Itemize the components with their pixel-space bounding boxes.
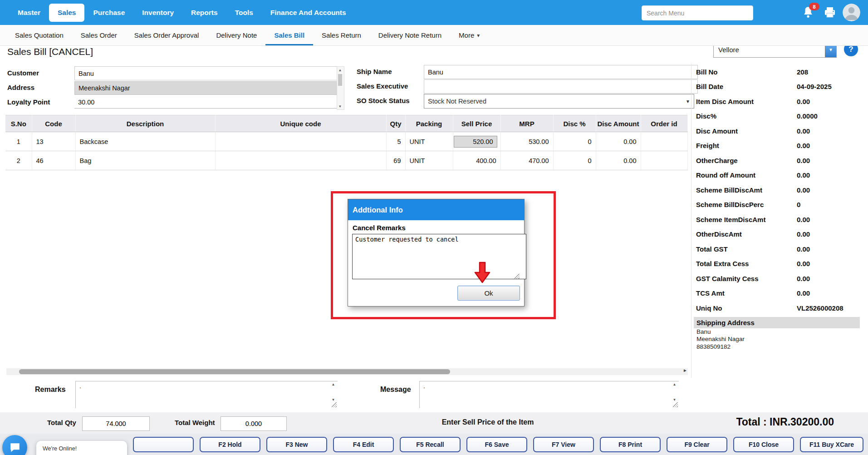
table-row[interactable]: 1 13 Backcase 5 UNIT 520.00 530.00 0 0.0… (5, 132, 687, 151)
cell-mrp[interactable]: 470.00 (500, 151, 553, 170)
so-stock-status-select[interactable]: Stock Not Reserved ▼ (424, 94, 694, 109)
fkey-button-f10-close[interactable]: F10 Close (733, 437, 794, 452)
nav-item-sales[interactable]: Sales (49, 4, 85, 22)
nav-item-finance-and-accounts[interactable]: Finance And Accounts (262, 4, 355, 22)
remarks-field-wrap: . ▲▼ (75, 381, 338, 408)
tab-delivery-note-return[interactable]: Delivery Note Return (370, 25, 450, 45)
summary-row: Uniq NoVL2526000208 (694, 301, 860, 316)
tab-delivery-note[interactable]: Delivery Note (207, 25, 265, 45)
fkey-button-f3-new[interactable]: F3 New (266, 437, 327, 452)
loyalty-point-input[interactable] (74, 96, 343, 109)
cell-code[interactable]: 46 (32, 151, 75, 170)
fkey-button-f5-recall[interactable]: F5 Recall (400, 437, 461, 452)
scroll-right-icon[interactable]: ► (683, 368, 687, 373)
summary-value: 0.00 (797, 260, 810, 267)
selected-sell-price-cell[interactable]: 520.00 (454, 136, 497, 148)
cell-unique-code[interactable] (215, 132, 386, 151)
summary-label: Scheme ItemDiscAmt (694, 216, 797, 223)
cell-sell-price[interactable]: 520.00 (453, 132, 500, 151)
nav-item-reports[interactable]: Reports (182, 4, 226, 22)
total-weight-label: Total Weight (175, 419, 215, 426)
cell-disc-pct[interactable]: 0 (553, 132, 596, 151)
fkey-button-1[interactable] (133, 437, 194, 452)
cancel-remarks-textarea[interactable]: Customer requested to cancel (352, 234, 526, 279)
cell-code[interactable]: 13 (32, 132, 75, 151)
nav-item-purchase[interactable]: Purchase (84, 4, 133, 22)
cell-unique-code[interactable] (215, 151, 386, 170)
fkey-button-f8-print[interactable]: F8 Print (600, 437, 661, 452)
ship-name-input[interactable] (424, 65, 698, 79)
cell-qty[interactable]: 5 (386, 132, 405, 151)
summary-label: OtherDiscAmt (694, 230, 797, 238)
tab-sales-return[interactable]: Sales Return (313, 25, 370, 45)
tab-sales-quotation[interactable]: Sales Quotation (6, 25, 72, 45)
cell-sell-price[interactable]: 400.00 (453, 151, 500, 170)
fkey-button-f11-buy-xcare[interactable]: F11 Buy XCare (800, 437, 863, 452)
cell-disc-pct[interactable]: 0 (553, 151, 596, 170)
summary-value: 0.00 (797, 127, 810, 135)
cell-packing[interactable]: UNIT (405, 151, 453, 170)
cell-packing[interactable]: UNIT (405, 132, 453, 151)
ok-button[interactable]: Ok (457, 286, 520, 301)
cell-description[interactable]: Backcase (75, 132, 215, 151)
remarks-textarea[interactable]: . (76, 381, 344, 410)
col-header-mrp: MRP (500, 115, 553, 132)
fkey-button-f2-hold[interactable]: F2 Hold (200, 437, 260, 452)
total-weight-input[interactable] (221, 416, 287, 431)
scroll-up-icon[interactable]: ▲ (337, 67, 343, 73)
cell-disc-amount[interactable]: 0.00 (596, 132, 641, 151)
horizontal-scrollbar[interactable] (6, 368, 688, 375)
nav-item-master[interactable]: Master (9, 4, 49, 22)
cell-order-id[interactable] (641, 132, 687, 151)
scrollbar-thumb[interactable] (338, 74, 342, 86)
cell-description[interactable]: Bag (75, 151, 215, 170)
tab-sales-bill[interactable]: Sales Bill (265, 25, 313, 45)
total-qty-label: Total Qty (47, 419, 76, 426)
cell-qty[interactable]: 69 (386, 151, 405, 170)
chat-status-popup[interactable]: We're Online! (36, 441, 127, 455)
header-form-scrollbar[interactable]: ▲ ▼ (337, 66, 344, 110)
summary-label: Scheme BillDiscAmt (694, 186, 797, 194)
nav-item-inventory[interactable]: Inventory (133, 4, 182, 22)
items-table: S.No Code Description Unique code Qty Pa… (5, 115, 688, 170)
cell-sno[interactable]: 1 (5, 132, 32, 151)
cell-order-id[interactable] (641, 151, 687, 170)
col-header-code: Code (32, 115, 75, 132)
summary-label: Scheme BillDiscPerc (694, 201, 797, 208)
tab-sales-order[interactable]: Sales Order (72, 25, 126, 45)
cell-mrp[interactable]: 530.00 (500, 132, 553, 151)
print-icon[interactable] (824, 7, 836, 20)
table-row[interactable]: 2 46 Bag 69 UNIT 400.00 470.00 0 0.00 (5, 151, 687, 170)
address-input[interactable]: Meenakshi Nagar (74, 81, 344, 95)
function-key-bar: F2 Hold F3 New F4 Edit F5 Recall F6 Save… (0, 434, 868, 455)
bill-summary-panel: Bill No208 Bill Date04-09-2025 Item Disc… (694, 64, 860, 351)
fkey-button-f4-edit[interactable]: F4 Edit (333, 437, 394, 452)
additional-info-dialog: Addtional Info Cancel Remarks Customer r… (348, 199, 525, 307)
fkey-button-f9-clear[interactable]: F9 Clear (667, 437, 727, 452)
customer-input[interactable] (74, 66, 344, 80)
fkey-button-f7-view[interactable]: F7 View (533, 437, 594, 452)
message-textarea[interactable]: . (420, 381, 686, 410)
summary-row: Round off Amount0.00 (694, 168, 860, 183)
notification-bell-icon[interactable]: 8 (802, 6, 816, 20)
total-qty-input[interactable] (82, 416, 150, 431)
cell-disc-amount[interactable]: 0.00 (596, 151, 641, 170)
summary-row: TCS Amt0.00 (694, 286, 860, 301)
summary-value: 0.0000 (797, 112, 818, 120)
summary-label: Bill Date (694, 83, 797, 90)
tab-more[interactable]: More▾ (450, 25, 488, 45)
summary-value: 0.00 (797, 98, 810, 105)
horizontal-scrollbar-thumb[interactable] (19, 369, 450, 374)
scroll-down-icon[interactable]: ▼ (337, 103, 343, 109)
summary-row: Disc Amount0.00 (694, 124, 860, 138)
sales-executive-input[interactable] (424, 79, 698, 94)
user-avatar[interactable] (843, 4, 860, 21)
tab-sales-order-approval[interactable]: Sales Order Approval (126, 25, 208, 45)
cell-sno[interactable]: 2 (5, 151, 32, 170)
page-title: Sales Bill [CANCEL] (7, 46, 93, 57)
fkey-button-f6-save[interactable]: F6 Save (466, 437, 527, 452)
table-header-row: S.No Code Description Unique code Qty Pa… (5, 115, 687, 132)
nav-item-tools[interactable]: Tools (226, 4, 262, 22)
summary-label: Item Disc Amount (694, 98, 797, 105)
search-input[interactable] (642, 5, 753, 20)
